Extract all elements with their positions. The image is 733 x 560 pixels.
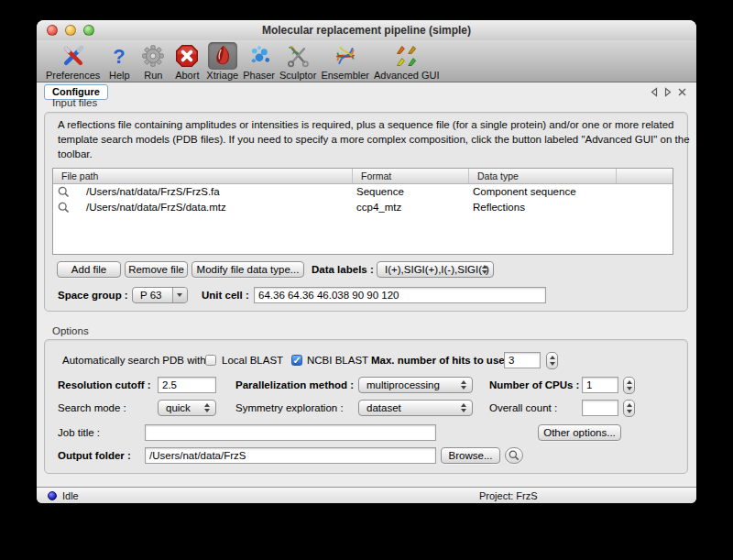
max-hits-label: Max. number of hits to use : — [371, 352, 511, 368]
toolbar-button-phaser[interactable]: Phaser — [243, 42, 275, 81]
file-table-header: File path Format Data type — [53, 169, 673, 184]
file-buttons-row: Add file Remove file Modify file data ty… — [37, 261, 696, 280]
local-blast-label: Local BLAST — [222, 352, 283, 368]
max-hits-field[interactable] — [504, 352, 541, 368]
file-path-cell: /Users/nat/data/FrzS/FrzS.fa — [86, 184, 220, 200]
search-mode-value: quick — [166, 402, 191, 413]
svg-text:?: ? — [114, 45, 126, 68]
toolbar-label: Help — [109, 70, 130, 81]
chevron-down-icon — [172, 288, 187, 302]
toolbar-button-ensembler[interactable]: Ensembler — [321, 42, 369, 81]
output-folder-label: Output folder : — [58, 447, 131, 464]
toolbar-label: Sculptor — [279, 70, 316, 81]
toolbar-button-advanced-gui[interactable]: Advanced GUI — [374, 42, 440, 81]
window-title: Molecular replacement pipeline (simple) — [37, 20, 696, 40]
job-title-field[interactable] — [145, 424, 436, 441]
stop-icon — [172, 42, 202, 70]
space-group-label: Space group : — [58, 287, 128, 303]
add-file-button[interactable]: Add file — [57, 261, 121, 278]
toolbar-label: Preferences — [46, 70, 100, 81]
tab-bar: Configure — [37, 82, 696, 102]
job-title-label: Job title : — [58, 424, 100, 441]
parallelization-popup[interactable]: multiprocessing — [358, 377, 473, 393]
overall-count-field[interactable] — [582, 400, 618, 416]
nav-back-icon[interactable] — [650, 87, 660, 97]
parallelization-label: Parallelization method : — [235, 377, 354, 393]
xtriage-icon — [208, 42, 237, 70]
table-row[interactable]: /Users/nat/data/FrzS/FrzS.fa Sequence Co… — [53, 184, 673, 200]
input-files-section-label: Input files — [52, 97, 97, 108]
folder-search-button[interactable] — [505, 447, 523, 464]
max-hits-stepper[interactable] — [546, 352, 558, 369]
search-mode-label: Search mode : — [58, 400, 126, 416]
unit-cell-label: Unit cell : — [202, 287, 249, 303]
auto-search-label: Automatically search PDB with : — [62, 352, 212, 368]
toolbar-button-preferences[interactable]: Preferences — [46, 42, 100, 81]
toolbar-button-run[interactable]: Run — [138, 42, 168, 81]
toolbar-button-sculptor[interactable]: Sculptor — [279, 42, 316, 81]
resolution-cutoff-field[interactable] — [158, 377, 216, 393]
check-icon: ✓ — [292, 356, 301, 365]
column-header-data-type[interactable]: Data type — [469, 169, 617, 183]
pdb-search-row: Automatically search PDB with : ✓ Local … — [37, 352, 696, 370]
search-mode-row: Search mode : quick Symmetry exploration… — [37, 400, 696, 418]
phaser-molecule-icon — [245, 42, 274, 70]
input-files-description: A reflections file containing amplitudes… — [58, 117, 690, 161]
output-folder-field[interactable] — [145, 447, 436, 464]
space-group-combo[interactable]: P 63 — [132, 287, 188, 303]
modify-file-data-type-button[interactable]: Modify file data type... — [191, 261, 304, 278]
symmetry-label: Symmetry exploration : — [235, 400, 344, 416]
toolbar-label: Advanced GUI — [374, 70, 440, 81]
num-cpus-field[interactable] — [582, 377, 618, 393]
output-folder-row: Output folder : Browse... — [37, 447, 696, 466]
question-icon: ? — [104, 42, 134, 70]
toolbar-button-xtriage[interactable]: Xtriage — [206, 42, 238, 81]
ensemble-ribbon-icon — [331, 42, 360, 70]
overall-count-stepper[interactable] — [623, 400, 635, 417]
overall-count-label: Overall count : — [489, 400, 557, 416]
nav-forward-icon[interactable] — [662, 87, 673, 97]
space-group-row: Space group : P 63 Unit cell : — [37, 287, 696, 305]
toolbar-label: Ensembler — [321, 70, 369, 81]
project-label: Project: FrzS — [479, 488, 538, 503]
popup-arrows-icon — [461, 402, 467, 413]
num-cpus-stepper[interactable] — [623, 377, 635, 394]
search-mode-popup[interactable]: quick — [158, 400, 216, 416]
toolbar-button-abort[interactable]: Abort — [172, 42, 202, 81]
file-path-cell: /Users/nat/data/FrzS/data.mtz — [86, 200, 226, 215]
resolution-row: Resolution cutoff : Parallelization meth… — [37, 377, 696, 395]
remove-file-button[interactable]: Remove file — [125, 261, 188, 278]
toolbar-label: Phaser — [243, 70, 275, 81]
popup-arrows-icon — [461, 379, 467, 390]
search-icon[interactable] — [58, 202, 70, 218]
column-header-format[interactable]: Format — [353, 169, 469, 183]
toolbar-label: Abort — [175, 70, 199, 81]
local-blast-checkbox[interactable]: ✓ — [205, 355, 216, 366]
column-header-extra — [617, 169, 673, 183]
table-row[interactable]: /Users/nat/data/FrzS/data.mtz ccp4_mtz R… — [53, 200, 673, 215]
scissors-icon — [283, 42, 312, 70]
ncbi-blast-checkbox[interactable]: ✓ — [291, 355, 302, 366]
format-cell: ccp4_mtz — [356, 200, 401, 215]
status-text: Idle — [62, 488, 79, 503]
advanced-gui-icon — [392, 42, 421, 70]
close-tab-icon[interactable] — [677, 87, 687, 97]
data-labels-label: Data labels : — [312, 261, 374, 278]
app-window: Molecular replacement pipeline (simple) … — [37, 20, 696, 503]
file-table[interactable]: File path Format Data type /Users/nat/da… — [52, 168, 673, 255]
options-section-label: Options — [52, 325, 89, 336]
format-cell: Sequence — [356, 184, 404, 200]
data-labels-popup[interactable]: I(+),SIGI(+),I(-),SIGI(-) — [377, 261, 494, 278]
toolbar-label: Xtriage — [206, 70, 238, 81]
toolbar-button-help[interactable]: ? Help — [104, 42, 134, 81]
parallelization-value: multiprocessing — [366, 379, 440, 390]
data-type-cell: Component sequence — [473, 184, 576, 200]
symmetry-popup[interactable]: dataset — [358, 400, 473, 416]
other-options-button[interactable]: Other options... — [538, 424, 621, 441]
column-header-file-path[interactable]: File path — [53, 169, 353, 183]
main-toolbar: Preferences ? Help — [37, 40, 696, 82]
browse-button[interactable]: Browse... — [441, 447, 500, 464]
unit-cell-field[interactable] — [254, 287, 546, 303]
search-icon — [509, 450, 520, 461]
popup-arrows-icon — [482, 264, 488, 275]
